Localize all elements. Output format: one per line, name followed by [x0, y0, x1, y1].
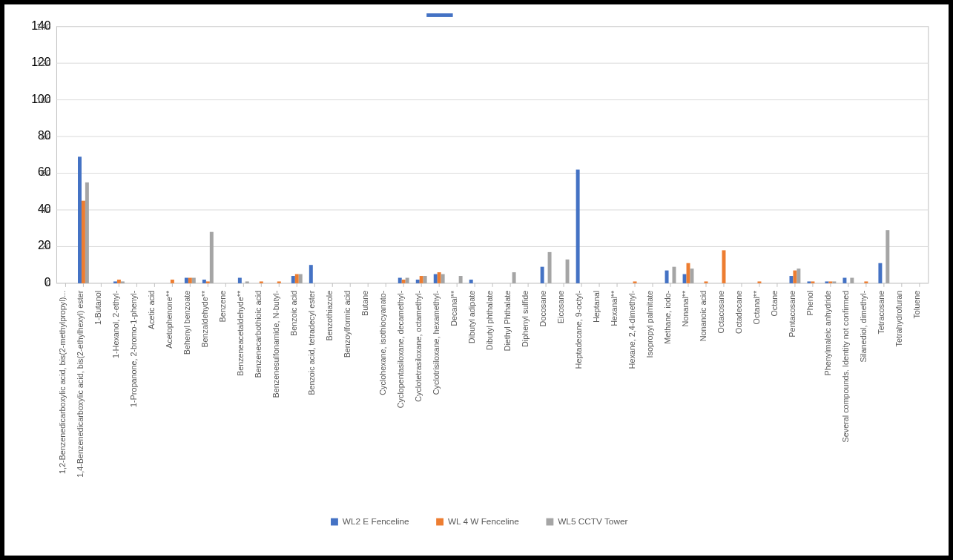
- bar: [672, 267, 676, 283]
- bar: [398, 278, 402, 283]
- svg-text:80: 80: [41, 131, 51, 142]
- chart-top-tab: [426, 13, 452, 17]
- x-tick-label: Acetophenone**: [165, 290, 174, 349]
- bar: [722, 250, 725, 283]
- bar: [811, 281, 814, 283]
- bar: [117, 280, 121, 283]
- bars-group: [78, 157, 889, 283]
- x-tick-label: Eicosane: [556, 291, 565, 323]
- x-tick-label: Behenyl benzoate: [182, 291, 191, 355]
- x-tick-label: Heptanal: [592, 291, 601, 323]
- x-tick-label: Phenylmaleic anhydride: [823, 291, 832, 376]
- y-gridlines: [56, 27, 928, 283]
- bar: [291, 276, 295, 283]
- svg-text:0: 0: [46, 278, 51, 289]
- bar: [878, 263, 882, 283]
- x-tick-label: Dibutyl adipate: [467, 291, 476, 343]
- x-tick-label: Octadecane: [734, 291, 743, 334]
- bar: [406, 278, 409, 283]
- x-tick-label: Diphenyl sulfide: [521, 291, 530, 347]
- bar: [238, 278, 242, 283]
- legend-label: WL2 E Fenceline: [343, 516, 409, 527]
- bar: [850, 278, 854, 283]
- svg-text:120: 120: [36, 58, 51, 68]
- x-tick-label: Cyclohexane, isothiocyanato-: [378, 290, 387, 395]
- bar: [192, 278, 196, 283]
- x-tick-label: Octacosane: [716, 291, 725, 334]
- bar: [202, 280, 206, 283]
- x-tick-label: Dibutyl phthalate: [485, 291, 494, 350]
- bar: [633, 281, 637, 283]
- svg-text:100: 100: [36, 95, 51, 105]
- chart-panel: 0204060801001201400204060801001201401,2-…: [0, 0, 953, 560]
- bar: [423, 276, 427, 283]
- bar: [512, 272, 516, 283]
- bar: [121, 281, 125, 283]
- x-tick-label: 1-Propanone, 2-bromo-1-phenyl-: [129, 290, 138, 407]
- x-tick-label: 1,4-Benzenedicarboxylic acid, bis(2-ethy…: [76, 290, 85, 477]
- bar: [793, 271, 797, 283]
- bar: [188, 278, 192, 283]
- svg-text:20: 20: [41, 241, 51, 251]
- bar: [705, 281, 708, 283]
- bar: [85, 182, 89, 283]
- x-tick-label: 1-Butanol: [93, 291, 102, 325]
- x-tick-label: 1,2-Benzenedicarboxylic acid, bis(2-meth…: [58, 291, 67, 474]
- x-tick-label: Benzothiazole: [325, 291, 334, 341]
- x-tick-label: Cyclopentasiloxane, decamethyl-: [396, 290, 405, 408]
- x-tick-label: Toluene: [912, 291, 921, 319]
- x-tick-label: Nonanal**: [681, 290, 690, 326]
- bar: [789, 276, 793, 283]
- x-tick-label: Acetic acid: [147, 291, 156, 329]
- bar: [260, 281, 263, 283]
- bar: [690, 269, 693, 283]
- x-tick-label: Heptadecane, 9-octyl-: [574, 290, 583, 369]
- bar: [277, 281, 281, 283]
- bar: [541, 267, 544, 283]
- bar: [299, 274, 303, 283]
- bar: [206, 281, 210, 283]
- x-tick-label: Cyclotetrasiloxane, octamethyl-: [414, 290, 423, 401]
- bar: [113, 281, 117, 283]
- bar: [459, 276, 463, 283]
- bar: [807, 281, 811, 283]
- x-axis-labels: 1,2-Benzenedicarboxylic acid, bis(2-meth…: [58, 283, 920, 478]
- x-tick-label: Benzeneacetaldehyde**: [236, 290, 245, 376]
- x-tick-label: Octanal**: [752, 290, 761, 324]
- bar: [832, 281, 836, 283]
- legend: WL2 E FencelineWL 4 W FencelineWL5 CCTV …: [331, 516, 627, 527]
- x-tick-label: Tetrahydrofuran: [894, 291, 903, 347]
- x-tick-label: Pentacosane: [788, 291, 797, 337]
- x-tick-label: Benzoic acid: [289, 291, 298, 336]
- svg-text:140: 140: [36, 22, 51, 32]
- x-tick-label: Benzaldehyde**: [200, 290, 209, 348]
- x-tick-label: Cyclotrisiloxane, hexamethyl-: [432, 290, 441, 395]
- x-tick-label: Nonanoic acid: [699, 291, 708, 341]
- x-tick-label: Benzenesulfonamide, N-butyl-: [271, 290, 280, 398]
- bar: [416, 280, 420, 283]
- x-tick-label: Hexane, 2,4-dimethyl-: [627, 290, 636, 369]
- bar: [295, 274, 299, 283]
- plot-border: [56, 27, 928, 283]
- bar: [757, 281, 761, 283]
- x-tick-label: Butane: [360, 291, 369, 316]
- bar: [82, 201, 85, 283]
- bar: [441, 274, 445, 283]
- legend-swatch: [436, 518, 443, 526]
- bar: [548, 252, 552, 283]
- x-tick-label: Diethyl Phthalate: [503, 291, 512, 352]
- bar: [78, 157, 82, 283]
- legend-swatch: [331, 518, 338, 526]
- x-tick-label: Several compounds. Identity not confirme…: [841, 291, 850, 443]
- x-tick-label: Silanediol, dimethyl-: [859, 290, 868, 362]
- bar: [842, 278, 846, 283]
- bar: [309, 265, 313, 283]
- bar: [886, 230, 889, 283]
- bar: [438, 272, 441, 283]
- bar: [566, 260, 570, 283]
- bar: [683, 274, 687, 283]
- bar: [825, 281, 828, 283]
- x-tick-label: Octane: [770, 291, 779, 317]
- bar: [171, 280, 174, 283]
- legend-label: WL 4 W Fenceline: [448, 516, 519, 527]
